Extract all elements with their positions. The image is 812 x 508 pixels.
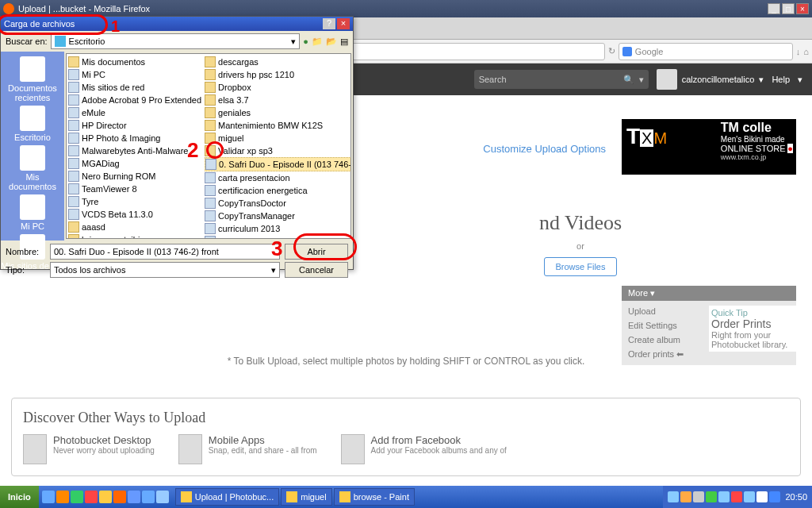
chevron-down-icon: ▾ [759,75,764,85]
search-icon: 🔍 [623,75,634,85]
file-entry[interactable]: Validar xp sp3 [205,144,351,157]
file-entry[interactable]: VCDS Beta 11.3.0 [68,208,201,221]
user-menu[interactable]: calzoncillometalico ▾ [657,69,764,90]
reload-icon[interactable]: ↻ [608,46,615,56]
file-entry[interactable]: geniales [205,106,351,119]
file-entry[interactable]: Adobe Acrobat 9 Pro Extended [68,94,201,106]
tip-label: Quick Tip [711,308,794,318]
discover-box: Discover Other Ways to Upload Photobucke… [11,398,801,476]
customize-link[interactable]: Customize Upload Options [483,143,606,155]
file-entry[interactable]: elsa 3.7 [205,94,351,106]
close-button[interactable]: × [796,3,809,14]
look-in-label: Buscar en: [6,37,48,46]
annotation-circle-2 [206,141,224,159]
desktop-icon [55,36,66,47]
taskbar-button[interactable]: browse - Paint [334,488,415,506]
file-entry[interactable]: HP Photo & Imaging [68,132,201,144]
filename-input[interactable] [50,244,280,260]
advertisement[interactable]: TXM TM colle Men's Bikini made ONLINE ST… [622,119,796,175]
sidebar-item[interactable]: Mis documentos [1,145,64,191]
more-header[interactable]: More ▾ [622,286,796,301]
file-entry[interactable]: Dropbox [205,81,351,94]
filetype-label: Tipo: [6,265,45,275]
look-in-value: Escritorio [69,37,105,46]
file-entry[interactable]: descargas [205,56,351,68]
annotation-circle-3 [293,233,357,260]
ad-url: www.txm.co.jp [721,153,793,161]
google-icon [622,47,632,56]
quick-launch[interactable] [39,491,172,503]
help-link[interactable]: Help [772,75,790,84]
file-entry[interactable]: miguel [205,132,351,144]
ad-line3: ONLINE STORE [721,144,786,153]
file-entry[interactable]: Mis sitios de red [68,81,201,94]
filename-label: Nombre: [6,247,45,256]
chevron-down-icon[interactable]: ▾ [639,75,644,85]
upload-heading: nd Videos [539,211,622,235]
file-entry[interactable]: Tyre [68,195,201,208]
taskbar: Inicio Upload | Photobuc...miguelbrowse … [0,486,812,508]
new-folder-icon[interactable]: 📂 [326,37,337,47]
or-label: or [539,241,622,251]
sidebar-item[interactable]: Documentos recientes [1,56,64,102]
search-placeholder: Search [479,75,507,84]
pb-search[interactable]: Search 🔍 ▾ [474,70,649,89]
tip-body: Right from your Photobucket library. [711,330,794,349]
firefox-titlebar: Upload | ...bucket - Mozilla Firefox _ □… [0,0,812,17]
file-entry[interactable]: drivers hp psc 1210 [205,68,351,81]
browser-search[interactable]: Google [619,43,793,60]
sidebar-item[interactable]: Escritorio [14,106,51,142]
file-entry[interactable]: CopyTransManager [205,210,351,222]
look-in-combo[interactable]: Escritorio ▾ [51,33,301,49]
minimize-button[interactable]: _ [768,3,780,14]
file-entry[interactable]: MGADiag [68,157,201,170]
start-button[interactable]: Inicio [0,486,39,508]
file-entry[interactable]: Mi PC [68,68,201,81]
downloads-icon[interactable]: ↓ [796,47,801,56]
discover-title: Discover Other Ways to Upload [23,410,789,426]
ad-line2: Men's Bikini made [721,135,793,144]
file-entry[interactable]: HP Director [68,119,201,132]
dialog-sidebar: Documentos recientesEscritorioMis docume… [1,52,64,241]
username: calzoncillometalico [682,75,755,84]
browse-files-button[interactable]: Browse Files [544,257,618,276]
file-entry[interactable]: Malwarebytes Anti-Malware [68,144,201,157]
taskbar-button[interactable]: Upload | Photobuc... [175,488,279,506]
home-icon[interactable]: ⌂ [803,47,809,56]
back-icon[interactable]: ● [303,37,308,46]
maximize-button[interactable]: □ [782,3,795,14]
annotation-circle-1 [0,14,108,35]
view-icon[interactable]: ▤ [340,37,348,47]
discover-item[interactable]: Photobucket DesktopNever worry about upl… [23,434,155,464]
file-entry[interactable]: certificacion energetica [205,184,351,197]
tip-title: Order Prints [711,318,794,330]
file-open-dialog: Carga de archivos ? × Buscar en: Escrito… [0,16,354,270]
file-entry[interactable]: eMule [68,106,201,119]
system-tray[interactable]: 20:50 [663,486,812,508]
filetype-combo[interactable]: Todos los archivos▾ [50,262,280,278]
window-title: Upload | ...bucket - Mozilla Firefox [18,4,150,13]
file-entry[interactable]: Mantenimiento BMW K12S [205,119,351,132]
chevron-down-icon: ▾ [291,37,296,47]
file-entry[interactable]: CopyTransDoctor [205,197,351,210]
avatar [657,69,677,90]
up-icon[interactable]: 📁 [312,37,323,47]
file-entry[interactable]: aaasd [68,221,201,233]
file-entry[interactable]: bricos_seat_ibiza_new [68,233,201,239]
firefox-icon [3,3,14,14]
chevron-down-icon: ▾ [798,75,802,85]
file-entry[interactable]: Nero Burning ROM [68,170,201,183]
file-entry[interactable]: TeamViewer 8 [68,183,201,195]
discover-item[interactable]: Add from FacebookAdd your Facebook album… [341,434,507,464]
chevron-down-icon: ▾ [271,265,276,275]
file-entry[interactable]: 0. Safri Duo - Episode II (013 746-2) fr… [205,157,351,171]
file-entry[interactable]: Mis documentos [68,56,201,68]
quick-tip: Quick Tip Order Prints Right from your P… [709,306,796,352]
discover-item[interactable]: Mobile AppsSnap, edit, and share - all f… [178,434,317,464]
dialog-close-button[interactable]: × [337,18,350,29]
dialog-help-button[interactable]: ? [323,18,335,29]
sidebar-item[interactable]: Mi PC [20,194,45,231]
taskbar-button[interactable]: miguel [281,488,331,506]
cancel-button[interactable]: Cancelar [285,262,348,278]
file-entry[interactable]: carta presentacion [205,171,351,184]
